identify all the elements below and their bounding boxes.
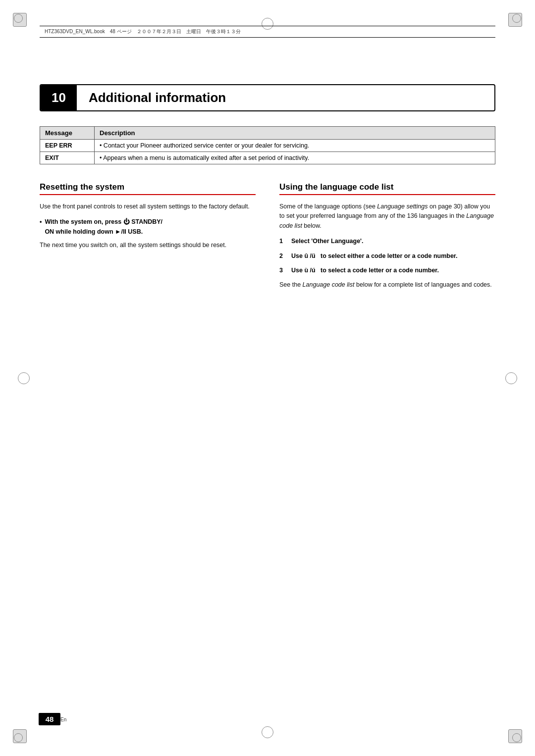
section-resetting: Resetting the system Use the front panel… (40, 182, 256, 296)
table-cell-description-2: • Appears when a menu is automatically e… (95, 152, 495, 164)
language-footer: See the Language code list below for a c… (279, 280, 495, 290)
language-heading: Using the language code list (279, 182, 495, 195)
two-col-layout: Resetting the system Use the front panel… (40, 182, 495, 296)
chapter-number: 10 (41, 85, 77, 110)
table-row: EEP ERR • Contact your Pioneer authorize… (40, 140, 495, 152)
crosshair-tr (512, 14, 521, 23)
step-1: 1 Select 'Other Language'. (279, 237, 495, 246)
step-2: 2 Use û /ü to select either a code lette… (279, 252, 495, 261)
resetting-intro: Use the front panel controls to reset al… (40, 202, 256, 211)
step-text-3: Use ù /ú to select a code letter or a co… (291, 266, 495, 275)
resetting-followup: The next time you switch on, all the sys… (40, 241, 256, 250)
table-header-message: Message (40, 127, 95, 140)
page-number-badge: 48 (39, 713, 60, 725)
table-header-description: Description (95, 127, 495, 140)
bullet-symbol: • (40, 217, 42, 237)
resetting-instruction: With the system on, press ⏻ STANDBY/ON w… (45, 217, 162, 237)
resetting-heading: Resetting the system (40, 182, 256, 195)
language-intro: Some of the language options (see Langua… (279, 202, 495, 231)
table-cell-description-1: • Contact your Pioneer authorized servic… (95, 140, 495, 152)
resetting-bullet: • With the system on, press ⏻ STANDBY/ON… (40, 217, 256, 237)
chapter-title: Additional information (77, 85, 494, 110)
page-container: HTZ363DVD_EN_WL.book 48 ページ ２００７年２月３日 土曜… (0, 0, 535, 756)
chapter-heading: 10 Additional information (40, 84, 495, 111)
step-3: 3 Use ù /ú to select a code letter or a … (279, 266, 495, 275)
crosshair-tl (14, 14, 23, 23)
page-lang: En (60, 717, 66, 722)
file-header: HTZ363DVD_EN_WL.book 48 ページ ２００７年２月３日 土曜… (40, 26, 495, 38)
mid-mark-left (18, 372, 30, 384)
step-number-3: 3 (279, 266, 287, 275)
step-text-2: Use û /ü to select either a code letter … (291, 252, 495, 261)
table-row: EXIT • Appears when a menu is automatica… (40, 152, 495, 164)
section-language: Using the language code list Some of the… (279, 182, 495, 296)
table-cell-message-1: EEP ERR (40, 140, 95, 152)
message-table: Message Description EEP ERR • Contact yo… (40, 126, 495, 164)
crosshair-br (512, 733, 521, 742)
mid-mark-right (505, 372, 517, 384)
step-number-1: 1 (279, 237, 287, 246)
step-number-2: 2 (279, 252, 287, 261)
step-text-1: Select 'Other Language'. (291, 237, 495, 246)
mid-mark-bottom (262, 726, 273, 738)
table-cell-message-2: EXIT (40, 152, 95, 164)
crosshair-bl (14, 733, 23, 742)
